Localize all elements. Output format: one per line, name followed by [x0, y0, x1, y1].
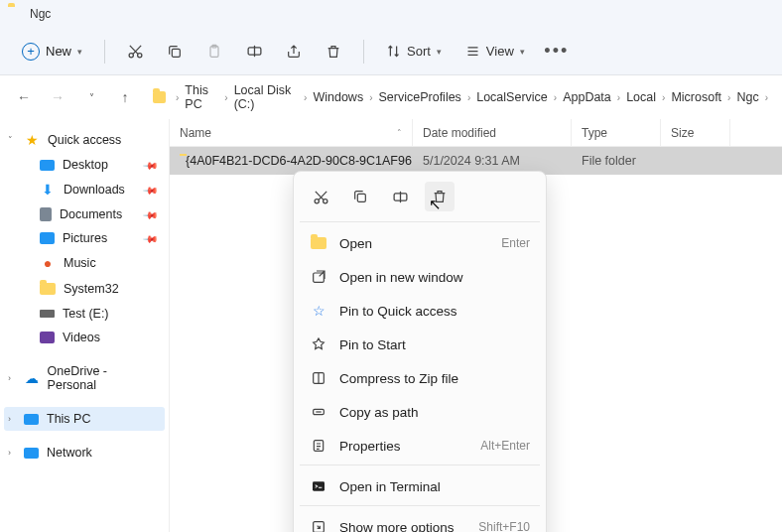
ctx-show-more[interactable]: Show more optionsShift+F10 — [300, 510, 540, 532]
cut-button[interactable] — [117, 34, 153, 69]
pin-icon: 📌 — [143, 230, 159, 246]
ctx-open[interactable]: OpenEnter — [300, 226, 540, 260]
window-title: Ngc — [30, 7, 51, 21]
folder-icon — [40, 281, 56, 297]
svg-rect-8 — [357, 194, 365, 201]
column-header-type[interactable]: Type — [572, 119, 661, 146]
more-button[interactable]: ••• — [539, 34, 575, 69]
svg-point-6 — [315, 199, 319, 202]
ctx-properties[interactable]: PropertiesAlt+Enter — [300, 429, 540, 463]
up-button[interactable]: ↑ — [113, 85, 137, 109]
folder-icon — [310, 234, 327, 252]
plus-icon: + — [22, 43, 40, 61]
star-icon: ★ — [24, 132, 40, 148]
chevron-right-icon: › — [174, 92, 181, 103]
video-icon — [40, 332, 55, 343]
picture-icon — [40, 232, 55, 244]
pin-icon — [310, 335, 327, 353]
chevron-down-icon: ▾ — [77, 47, 82, 57]
svg-rect-10 — [314, 273, 325, 282]
copy-button[interactable] — [157, 34, 193, 69]
zip-icon — [310, 369, 327, 387]
breadcrumb[interactable]: ServiceProfiles› — [379, 90, 473, 104]
cut-button[interactable] — [306, 182, 335, 211]
column-header-size[interactable]: Size — [661, 119, 730, 146]
ctx-pin-quick[interactable]: ☆Pin to Quick access — [300, 294, 540, 328]
download-icon: ⬇ — [40, 182, 56, 198]
sidebar-item-label: Quick access — [48, 133, 121, 147]
sidebar-item-downloads[interactable]: ⬇Downloads📌 — [4, 177, 165, 202]
breadcrumb[interactable]: Local Disk (C:)› — [234, 83, 310, 111]
chevron-down-icon: ▾ — [520, 47, 525, 57]
forward-button[interactable]: → — [46, 85, 69, 109]
sidebar-item-pictures[interactable]: Pictures📌 — [4, 226, 165, 250]
sidebar-item-system32[interactable]: System32 — [4, 276, 165, 302]
new-label: New — [46, 44, 71, 59]
file-date: 5/1/2024 9:31 AM — [413, 154, 572, 168]
sidebar-item-this-pc[interactable]: ›This PC — [4, 407, 165, 431]
navigation-pane: ˅ ★ Quick access Desktop📌 ⬇Downloads📌 Do… — [0, 119, 169, 532]
new-window-icon — [310, 268, 327, 286]
pin-icon: 📌 — [143, 157, 159, 173]
ctx-open-new-window[interactable]: Open in new window — [300, 260, 540, 294]
breadcrumb[interactable]: Microsoft› — [671, 90, 732, 104]
chevron-right-icon[interactable]: › — [8, 373, 11, 383]
svg-rect-14 — [313, 481, 325, 490]
rename-button[interactable] — [236, 34, 272, 69]
pin-icon: 📌 — [143, 182, 159, 198]
view-button[interactable]: View ▾ — [456, 38, 535, 65]
file-name: {4A0F4B21-DCD6-4A2D-90C8-9C1AF96... — [186, 154, 413, 168]
monitor-icon — [24, 414, 39, 425]
sidebar-item-videos[interactable]: Videos — [4, 326, 165, 349]
column-header-date[interactable]: Date modified — [413, 119, 572, 146]
delete-button[interactable] — [316, 34, 351, 69]
properties-icon — [310, 437, 327, 455]
ctx-copy-path[interactable]: Copy as path — [300, 395, 540, 429]
path-icon — [310, 403, 327, 421]
sort-label: Sort — [407, 44, 431, 59]
sort-asc-icon: ˄ — [397, 128, 402, 138]
breadcrumb[interactable]: Local› — [626, 90, 667, 104]
rename-button[interactable] — [385, 182, 415, 211]
view-label: View — [486, 44, 514, 59]
sidebar-item-network[interactable]: ›Network — [4, 441, 165, 465]
ctx-open-terminal[interactable]: Open in Terminal — [300, 469, 540, 503]
svg-rect-2 — [172, 49, 180, 57]
pin-icon: 📌 — [143, 206, 159, 222]
sidebar-item-music[interactable]: ●Music — [4, 250, 165, 276]
breadcrumb[interactable]: AppData› — [563, 90, 622, 104]
chevron-right-icon[interactable]: › — [8, 448, 11, 458]
breadcrumb[interactable]: LocalService› — [476, 90, 559, 104]
toolbar: + New ▾ Sort ▾ View ▾ ••• — [0, 28, 782, 75]
cloud-icon: ☁ — [24, 370, 40, 386]
file-type: File folder — [572, 154, 661, 168]
sidebar-item-test[interactable]: Test (E:) — [4, 302, 165, 326]
chevron-down-icon[interactable]: ˅ — [8, 135, 13, 145]
sidebar-item-quick-access[interactable]: ˅ ★ Quick access — [4, 127, 165, 153]
network-icon — [24, 448, 39, 459]
sidebar-item-documents[interactable]: Documents📌 — [4, 202, 165, 226]
sort-button[interactable]: Sort ▾ — [376, 38, 452, 65]
column-headers: Name˄ Date modified Type Size — [170, 119, 782, 147]
column-header-name[interactable]: Name˄ — [170, 119, 413, 146]
breadcrumb[interactable]: Ngc› — [736, 90, 770, 104]
breadcrumb[interactable]: This PC› — [185, 83, 229, 111]
chevron-down-icon[interactable]: ˅ — [79, 85, 103, 109]
svg-point-1 — [137, 54, 141, 58]
chevron-right-icon[interactable]: › — [8, 414, 11, 424]
back-button[interactable]: ← — [12, 85, 36, 109]
share-button[interactable] — [276, 34, 312, 69]
new-button[interactable]: + New ▾ — [12, 37, 92, 66]
sidebar-item-onedrive[interactable]: ›☁OneDrive - Personal — [4, 359, 165, 397]
ctx-compress[interactable]: Compress to Zip file — [300, 361, 540, 395]
breadcrumb[interactable]: Windows› — [313, 90, 374, 104]
address-bar[interactable]: › This PC› Local Disk (C:)› Windows› Ser… — [147, 83, 770, 111]
svg-point-0 — [129, 54, 133, 58]
delete-button[interactable] — [425, 182, 455, 211]
star-icon: ☆ — [310, 302, 327, 320]
ctx-pin-start[interactable]: Pin to Start — [300, 328, 540, 361]
copy-button[interactable] — [345, 182, 375, 211]
sidebar-item-desktop[interactable]: Desktop📌 — [4, 153, 165, 177]
context-menu: OpenEnter Open in new window ☆Pin to Qui… — [293, 171, 547, 532]
paste-button[interactable] — [196, 34, 232, 69]
